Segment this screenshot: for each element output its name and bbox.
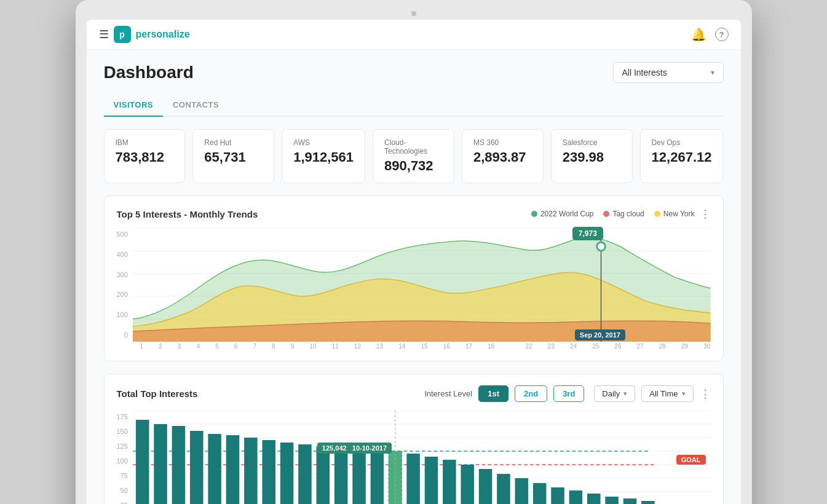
x-label: 5 bbox=[215, 343, 219, 350]
stat-value-aws: 1,912,561 bbox=[293, 149, 354, 165]
stat-card-devops: Dev Ops 12,267.12 bbox=[640, 129, 724, 183]
legend-newyork-dot bbox=[654, 211, 660, 217]
tab-visitors[interactable]: VISITORS bbox=[104, 94, 163, 117]
bar-chart-tooltip: 125,042 10-10-2017 bbox=[317, 443, 392, 454]
x-label: 15 bbox=[421, 343, 428, 350]
bar-29 bbox=[641, 501, 655, 504]
y-label-500: 500 bbox=[117, 230, 128, 238]
x-label: 16 bbox=[443, 343, 450, 350]
y-axis: 500 400 300 200 100 0 bbox=[117, 228, 133, 339]
logo-area: ☰ p personalize bbox=[99, 26, 190, 43]
stat-value-redhut: 65,731 bbox=[204, 149, 263, 165]
bottom-chart-card: Total Top Interests Interest Level 1st 2… bbox=[104, 374, 724, 504]
page-title: Dashboard bbox=[104, 63, 194, 82]
x-label: 1 bbox=[140, 343, 144, 350]
stat-label-salesforce: Salesforce bbox=[563, 138, 621, 147]
x-label: 26 bbox=[614, 343, 621, 350]
x-label: 24 bbox=[570, 343, 577, 350]
area-chart-with-yaxis: 500 400 300 200 100 0 bbox=[117, 228, 711, 342]
x-label: 12 bbox=[354, 343, 361, 350]
bar-7 bbox=[244, 438, 258, 504]
bar-16 bbox=[406, 454, 420, 504]
interest-level-group: Interest Level 1st 2nd 3rd bbox=[424, 385, 584, 402]
stat-card-cloudtech: Cloud-Technologies 890,732 bbox=[373, 129, 454, 183]
bar-4 bbox=[190, 431, 204, 504]
stat-label-ms360: MS 360 bbox=[473, 138, 532, 147]
top-icons: 🔔 ? bbox=[691, 27, 729, 42]
level-1st-button[interactable]: 1st bbox=[478, 385, 508, 402]
legend-worldcup-label: 2022 World Cup bbox=[540, 210, 594, 218]
tab-contacts[interactable]: CONTACTS bbox=[163, 94, 229, 117]
marker-dot bbox=[597, 242, 606, 251]
main-content: Dashboard All Interests ▾ VISITORS CONTA… bbox=[87, 50, 741, 504]
help-icon[interactable]: ? bbox=[715, 28, 729, 41]
stat-label-aws: AWS bbox=[293, 138, 354, 147]
tabs: VISITORS CONTACTS bbox=[104, 94, 724, 117]
stats-row: IBM 783,812 Red Hut 65,731 AWS 1,912,561… bbox=[104, 129, 724, 183]
top-chart-header: Top 5 Interests - Monthly Trends 2022 Wo… bbox=[117, 207, 711, 221]
top-chart-card: Top 5 Interests - Monthly Trends 2022 Wo… bbox=[104, 195, 724, 361]
bar-27 bbox=[605, 497, 619, 504]
stat-card-aws: AWS 1,912,561 bbox=[282, 129, 365, 183]
bar-18 bbox=[443, 460, 456, 504]
area-chart-svg bbox=[133, 228, 711, 342]
bar-y-75: 75 bbox=[121, 472, 128, 479]
daily-select[interactable]: Daily ▾ bbox=[594, 385, 635, 402]
x-label: 8 bbox=[272, 343, 275, 350]
bar-5 bbox=[208, 434, 221, 504]
bar-9 bbox=[280, 443, 294, 504]
stat-value-devops: 12,267.12 bbox=[652, 149, 712, 165]
y-label-300: 300 bbox=[117, 271, 128, 278]
interests-label: All Interests bbox=[622, 68, 667, 77]
x-label: 22 bbox=[525, 343, 532, 350]
x-label: 18 bbox=[488, 343, 494, 350]
stat-card-redhut: Red Hut 65,731 bbox=[192, 129, 274, 183]
y-label-0: 0 bbox=[124, 331, 128, 339]
x-label: 4 bbox=[196, 343, 200, 350]
bar-2 bbox=[154, 424, 167, 504]
x-axis: 1 2 3 4 5 6 7 8 9 10 11 12 13 14 bbox=[117, 343, 711, 350]
legend-newyork-label: New York bbox=[663, 210, 695, 218]
bar-17 bbox=[425, 457, 438, 504]
x-label: 28 bbox=[659, 343, 666, 350]
interest-level-label: Interest Level bbox=[424, 389, 472, 398]
x-label: 13 bbox=[376, 343, 383, 350]
legend-tagcloud: Tag cloud bbox=[603, 210, 644, 218]
interests-dropdown[interactable]: All Interests ▾ bbox=[613, 62, 724, 83]
bar-chart-svg-container: 125,042 10-10-2017 GOAL bbox=[133, 411, 711, 504]
x-label: 17 bbox=[465, 343, 472, 350]
top-chart-more-icon[interactable]: ⋮ bbox=[700, 207, 711, 221]
stat-value-ms360: 2,893.87 bbox=[473, 149, 532, 165]
bar-y-175: 175 bbox=[117, 413, 128, 420]
legend-worldcup: 2022 World Cup bbox=[531, 210, 594, 218]
date-label: Sep 20, 2017 bbox=[575, 329, 625, 341]
bar-10 bbox=[298, 444, 312, 504]
stat-label-redhut: Red Hut bbox=[204, 138, 263, 147]
notification-icon[interactable]: 🔔 bbox=[691, 27, 706, 42]
y-label-400: 400 bbox=[117, 251, 128, 258]
bar-y-150: 150 bbox=[117, 428, 128, 435]
bar-8 bbox=[262, 440, 275, 504]
app-name: personalize bbox=[136, 29, 190, 40]
hamburger-icon[interactable]: ☰ bbox=[99, 28, 109, 41]
alltime-select[interactable]: All Time ▾ bbox=[641, 385, 693, 402]
x-label: 3 bbox=[178, 343, 181, 350]
area-chart-svg-container: 7,973 Sep 20, 2017 bbox=[133, 228, 711, 342]
stat-label-ibm: IBM bbox=[116, 138, 174, 147]
daily-chevron-icon: ▾ bbox=[623, 390, 627, 398]
tooltip-value: 7,973 bbox=[579, 229, 597, 238]
y-label-100: 100 bbox=[117, 311, 128, 318]
bar-13 bbox=[352, 449, 366, 504]
stat-card-salesforce: Salesforce 239.98 bbox=[551, 129, 633, 183]
bottom-chart-controls: Interest Level 1st 2nd 3rd Daily ▾ All bbox=[424, 385, 710, 402]
goal-label: GOAL bbox=[676, 455, 706, 465]
bar-26 bbox=[587, 494, 601, 504]
x-label: 25 bbox=[592, 343, 599, 350]
bar-y-100: 100 bbox=[117, 457, 128, 465]
bottom-chart-more-icon[interactable]: ⋮ bbox=[700, 387, 711, 401]
stat-label-devops: Dev Ops bbox=[652, 138, 712, 147]
level-3rd-button[interactable]: 3rd bbox=[553, 385, 584, 402]
bar-1 bbox=[136, 420, 149, 504]
level-2nd-button[interactable]: 2nd bbox=[515, 385, 547, 402]
bar-tooltip-value: 125,042 bbox=[322, 444, 347, 452]
